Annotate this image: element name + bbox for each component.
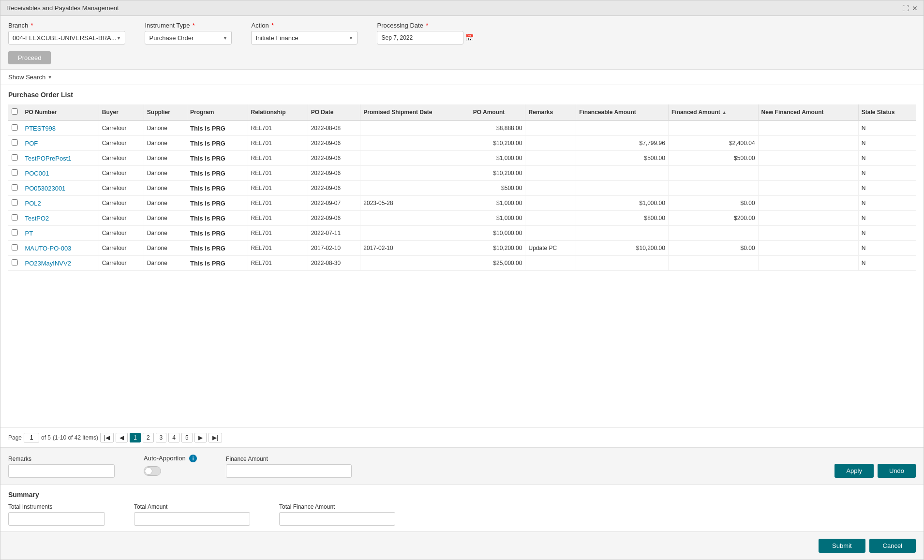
row-new-financed-amount-2	[758, 151, 858, 166]
row-checkbox-5[interactable]	[12, 199, 18, 206]
po-number-link-7[interactable]: PT	[25, 230, 33, 237]
row-checkbox-6[interactable]	[12, 214, 18, 221]
action-select[interactable]: Initiate Finance ▼	[251, 31, 358, 44]
row-po-number-7: PT	[22, 226, 99, 241]
auto-apportion-toggle[interactable]	[144, 466, 161, 476]
page-next-btn[interactable]: ▶	[194, 433, 207, 442]
row-checkbox-9[interactable]	[12, 259, 18, 265]
select-all-checkbox[interactable]	[12, 108, 18, 115]
close-icon[interactable]: ✕	[912, 4, 918, 12]
row-po-date-0: 2022-08-08	[308, 120, 360, 136]
submit-button[interactable]: Submit	[819, 539, 865, 553]
remarks-input[interactable]	[8, 464, 115, 478]
row-program-8: This is PRG	[187, 241, 248, 256]
po-number-link-3[interactable]: POC001	[25, 170, 49, 177]
row-checkbox-8[interactable]	[12, 244, 18, 251]
action-field-group: Action * Initiate Finance ▼	[251, 22, 358, 44]
auto-apportion-info-icon[interactable]: i	[189, 455, 197, 462]
row-supplier-7: Danone	[144, 226, 187, 241]
toggle-knob	[145, 467, 152, 475]
col-financed-amount[interactable]: Financed Amount ▲	[668, 104, 758, 120]
finance-amount-input[interactable]	[226, 464, 352, 478]
row-po-amount-9: $25,000.00	[470, 256, 525, 271]
po-number-link-4[interactable]: PO053023001	[25, 185, 66, 192]
row-financeable-amount-3	[576, 166, 669, 181]
row-po-date-7: 2022-07-11	[308, 226, 360, 241]
summary-title: Summary	[8, 491, 916, 499]
row-promised-shipment-date-7	[360, 226, 470, 241]
row-stale-status-0: N	[858, 120, 916, 136]
row-checkbox-0[interactable]	[12, 124, 18, 131]
row-checkbox-7[interactable]	[12, 229, 18, 236]
po-number-link-2[interactable]: TestPOPrePost1	[25, 155, 72, 162]
row-financed-amount-8: $0.00	[668, 241, 758, 256]
po-number-link-0[interactable]: PTEST998	[25, 125, 56, 132]
po-number-link-6[interactable]: TestPO2	[25, 215, 49, 222]
row-buyer-7: Carrefour	[99, 226, 144, 241]
po-number-link-9[interactable]: PO23MayINVV2	[25, 260, 71, 267]
row-stale-status-7: N	[858, 226, 916, 241]
row-financeable-amount-9	[576, 256, 669, 271]
page-first-btn[interactable]: |◀	[100, 433, 114, 442]
instrument-type-dropdown-arrow: ▼	[223, 35, 228, 41]
page-btn-5[interactable]: 5	[181, 433, 193, 442]
row-buyer-1: Carrefour	[99, 136, 144, 151]
total-amount-input[interactable]	[134, 512, 250, 526]
list-title: Purchase Order List	[8, 91, 916, 99]
purchase-order-list-section: Purchase Order List PO Number Buyer Supp…	[0, 85, 924, 427]
instrument-type-value: Purchase Order	[149, 34, 194, 42]
row-po-date-8: 2017-02-10	[308, 241, 360, 256]
row-buyer-4: Carrefour	[99, 181, 144, 196]
financed-amount-sort-icon: ▲	[722, 110, 727, 115]
show-search-bar[interactable]: Show Search ▼	[0, 70, 924, 85]
apply-button[interactable]: Apply	[835, 464, 874, 478]
row-po-number-6: TestPO2	[22, 211, 99, 226]
row-checkbox-4[interactable]	[12, 184, 18, 191]
col-po-number: PO Number	[22, 104, 99, 120]
row-stale-status-1: N	[858, 136, 916, 151]
summary-row: Total Instruments Total Amount Total Fin…	[8, 503, 916, 526]
page-btn-3[interactable]: 3	[156, 433, 167, 442]
row-checkbox-2[interactable]	[12, 154, 18, 161]
po-number-link-1[interactable]: POF	[25, 140, 38, 147]
page-prev-btn[interactable]: ◀	[116, 433, 128, 442]
total-instruments-input[interactable]	[8, 512, 105, 526]
po-number-link-5[interactable]: POL2	[25, 200, 41, 207]
row-program-5: This is PRG	[187, 196, 248, 211]
calendar-icon[interactable]: 📅	[465, 34, 474, 42]
page-last-btn[interactable]: ▶|	[209, 433, 222, 442]
row-financed-amount-7	[668, 226, 758, 241]
table-row: POF Carrefour Danone This is PRG REL701 …	[8, 136, 916, 151]
undo-button[interactable]: Undo	[878, 464, 916, 478]
row-po-date-9: 2022-08-30	[308, 256, 360, 271]
page-btn-1[interactable]: 1	[130, 433, 141, 442]
row-stale-status-8: N	[858, 241, 916, 256]
total-finance-amount-input[interactable]	[279, 512, 395, 526]
table-row: POL2 Carrefour Danone This is PRG REL701…	[8, 196, 916, 211]
row-new-financed-amount-8	[758, 241, 858, 256]
row-po-number-8: MAUTO-PO-003	[22, 241, 99, 256]
table-header: PO Number Buyer Supplier Program Relatio…	[8, 104, 916, 120]
processing-date-input[interactable]	[377, 31, 463, 44]
window-title: Receivables and Payables Management	[6, 4, 119, 12]
cancel-button[interactable]: Cancel	[869, 539, 916, 553]
proceed-button[interactable]: Proceed	[8, 51, 51, 64]
page-number-input[interactable]	[24, 433, 39, 442]
summary-section: Summary Total Instruments Total Amount T…	[0, 485, 924, 531]
branch-select[interactable]: 004-FLEXCUBE-UNIVERSAL-BRA... ▼	[8, 31, 125, 44]
expand-icon[interactable]: ⛶	[902, 4, 909, 12]
po-number-link-8[interactable]: MAUTO-PO-003	[25, 245, 72, 252]
page-btn-2[interactable]: 2	[143, 433, 154, 442]
instrument-type-select[interactable]: Purchase Order ▼	[145, 31, 232, 44]
row-financed-amount-5: $0.00	[668, 196, 758, 211]
row-remarks-2	[525, 151, 576, 166]
row-checkbox-3[interactable]	[12, 169, 18, 176]
row-po-amount-6: $1,000.00	[470, 211, 525, 226]
row-financed-amount-9	[668, 256, 758, 271]
processing-date-field-group: Processing Date * 📅	[377, 22, 474, 44]
row-promised-shipment-date-3	[360, 166, 470, 181]
col-remarks: Remarks	[525, 104, 576, 120]
row-checkbox-1[interactable]	[12, 139, 18, 146]
row-po-number-0: PTEST998	[22, 120, 99, 136]
page-btn-4[interactable]: 4	[168, 433, 179, 442]
